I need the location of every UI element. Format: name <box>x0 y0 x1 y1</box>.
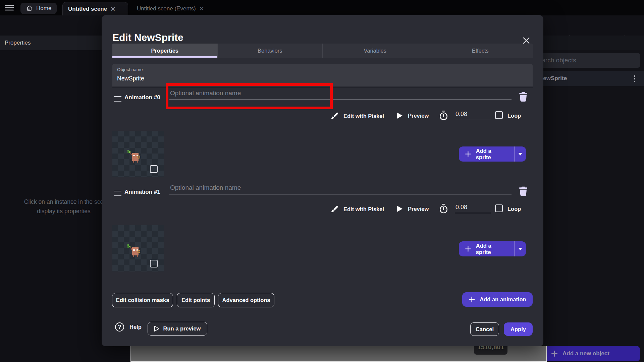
edit-object-dialog: Edit NewSprite Properties Behaviors Vari… <box>102 15 543 346</box>
object-menu-dots-icon[interactable] <box>634 75 636 83</box>
brush-icon <box>330 205 339 214</box>
edit-with-piskel-label: Edit with Piskel <box>343 206 384 213</box>
play-icon <box>397 112 403 119</box>
animation-1-name-input[interactable] <box>169 184 512 194</box>
frame-duration-input[interactable] <box>455 204 491 213</box>
plus-icon <box>551 350 558 357</box>
animation-drag-handle[interactable] <box>114 191 121 196</box>
advanced-options-button[interactable]: Advanced options <box>218 293 274 307</box>
dialog-tab-properties[interactable]: Properties <box>112 44 218 58</box>
timer-icon <box>439 110 448 121</box>
loop-checkbox[interactable] <box>495 204 503 212</box>
tab-home-label: Home <box>36 5 51 12</box>
dialog-tab-bar: Properties Behaviors Variables Effects <box>112 44 533 58</box>
dialog-title: Edit NewSprite <box>112 32 183 43</box>
add-sprite-dropdown[interactable] <box>515 146 526 162</box>
tab-events-label: Untitled scene (Events) <box>137 5 196 12</box>
loop-label: Loop <box>507 113 521 119</box>
home-icon <box>26 5 33 12</box>
help-button[interactable]: ? Help <box>115 322 142 331</box>
tab-untitled-scene-events[interactable]: Untitled scene (Events) ✕ <box>131 2 210 15</box>
dialog-tab-variables[interactable]: Variables <box>323 44 428 58</box>
add-new-object-label: Add a new object <box>562 350 609 357</box>
apply-button[interactable]: Apply <box>504 322 533 336</box>
close-tab-icon[interactable]: ✕ <box>110 6 115 12</box>
play-icon <box>154 326 159 331</box>
app-screen: Home Untitled scene ✕ Untitled scene (Ev… <box>0 0 644 362</box>
add-sprite-button[interactable]: Add a sprite <box>459 241 526 256</box>
preview-label: Preview <box>408 206 429 212</box>
cancel-button[interactable]: Cancel <box>470 322 499 336</box>
add-sprite-dropdown[interactable] <box>515 241 526 256</box>
brush-icon <box>330 112 339 120</box>
edit-collision-masks-button[interactable]: Edit collision masks <box>112 293 173 307</box>
select-frame-checkbox[interactable] <box>150 260 158 267</box>
add-animation-label: Add an animation <box>480 296 526 303</box>
loop-label: Loop <box>507 206 521 212</box>
tab-untitled-scene[interactable]: Untitled scene ✕ <box>62 2 128 15</box>
timer-icon <box>439 203 448 214</box>
properties-panel-title: Properties <box>5 40 31 46</box>
help-label: Help <box>129 324 142 330</box>
search-objects-box <box>529 53 640 68</box>
sprite-frame-thumbnail[interactable] <box>112 131 164 177</box>
sprite-pixel-art <box>122 238 145 261</box>
preview-button[interactable]: Preview <box>397 112 429 119</box>
edit-with-piskel-button[interactable]: Edit with Piskel <box>330 205 384 214</box>
dialog-tab-effects[interactable]: Effects <box>428 44 533 58</box>
tab-scene-label: Untitled scene <box>68 6 107 12</box>
plus-icon <box>465 246 471 252</box>
add-sprite-main[interactable]: Add a sprite <box>459 241 514 256</box>
plus-icon <box>469 296 475 303</box>
chevron-down-icon <box>518 153 522 156</box>
add-sprite-label: Add a sprite <box>476 243 507 255</box>
edit-with-piskel-label: Edit with Piskel <box>343 113 384 119</box>
add-sprite-label: Add a sprite <box>476 148 507 161</box>
play-icon <box>397 205 403 212</box>
run-preview-label: Run a preview <box>163 325 201 332</box>
preview-label: Preview <box>408 113 429 119</box>
edit-with-piskel-button[interactable]: Edit with Piskel <box>330 112 384 120</box>
delete-animation-icon[interactable] <box>519 186 528 196</box>
add-animation-button[interactable]: Add an animation <box>462 292 533 307</box>
run-preview-button[interactable]: Run a preview <box>148 322 207 336</box>
animation-drag-handle[interactable] <box>114 96 121 102</box>
help-icon: ? <box>115 322 124 331</box>
sprite-pixel-art <box>122 143 145 166</box>
edit-points-button[interactable]: Edit points <box>177 293 215 307</box>
dialog-tab-behaviors[interactable]: Behaviors <box>218 44 323 58</box>
animation-1-label: Animation #1 <box>124 189 160 195</box>
plus-icon <box>465 151 471 157</box>
main-menu-icon[interactable] <box>5 4 14 11</box>
search-objects-input[interactable] <box>529 53 640 68</box>
close-tab-icon[interactable]: ✕ <box>199 6 204 12</box>
select-frame-checkbox[interactable] <box>150 165 158 173</box>
sprite-frame-thumbnail[interactable] <box>112 225 164 272</box>
chevron-down-icon <box>518 248 522 250</box>
loop-checkbox[interactable] <box>495 111 503 119</box>
add-sprite-main[interactable]: Add a sprite <box>459 146 514 162</box>
object-name-field-value: NewSprite <box>117 75 144 82</box>
annotation-red-box <box>166 83 333 109</box>
animation-0-label: Animation #0 <box>124 94 160 101</box>
add-sprite-button[interactable]: Add a sprite <box>459 146 526 162</box>
top-tab-bar: Home Untitled scene ✕ Untitled scene (Ev… <box>0 0 644 15</box>
frame-duration-input[interactable] <box>455 111 491 120</box>
tab-home[interactable]: Home <box>20 3 57 14</box>
preview-button[interactable]: Preview <box>397 205 429 212</box>
delete-animation-icon[interactable] <box>519 92 528 102</box>
object-name-field-label: Object name <box>117 67 143 72</box>
